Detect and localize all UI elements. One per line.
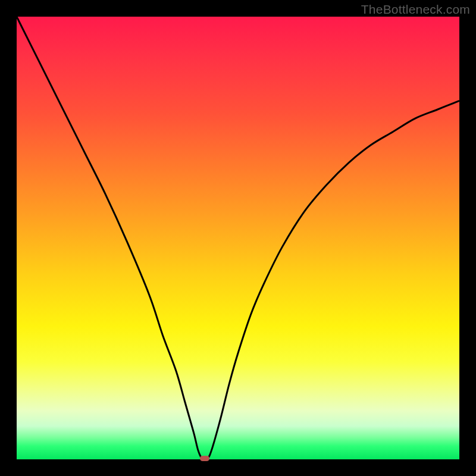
bottleneck-curve [17, 17, 459, 461]
chart-frame: TheBottleneck.com [0, 0, 476, 476]
curve-svg [17, 17, 459, 459]
plot-area [17, 17, 459, 459]
minimum-marker [200, 456, 209, 461]
watermark-text: TheBottleneck.com [361, 2, 470, 17]
